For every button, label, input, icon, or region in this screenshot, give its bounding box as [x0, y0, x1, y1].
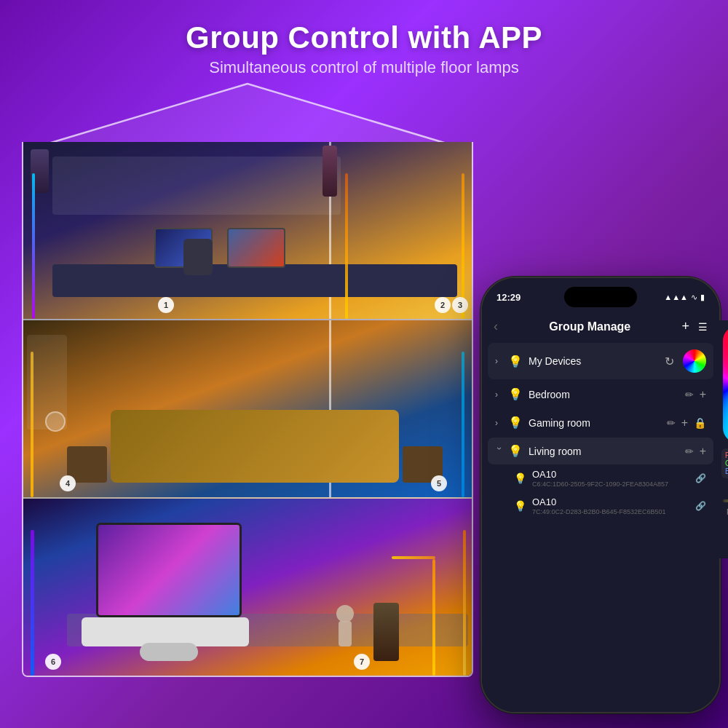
app-header: ‹ Group Manage + ☰ [482, 313, 719, 343]
my-devices-row[interactable]: › 💡 My Devices ↻ [488, 343, 713, 379]
phone-body: 12:29 ▲▲▲ ∿ ▮ ‹ Group Manage + ☰ [480, 277, 721, 713]
page-header: Group Control with APP Simultaneous cont… [0, 0, 728, 88]
battery-icon: ▮ [700, 293, 705, 302]
edit-gaming-button[interactable]: ✏ [667, 417, 676, 429]
link-icon-1[interactable]: 🔗 [695, 473, 706, 483]
figure-head [336, 605, 354, 622]
living-label: Living room [529, 446, 685, 457]
device-info-2: OA10 7C:49:0C2-D283-B2B0-B645-F8532EC6B5… [532, 496, 695, 515]
add-gaming-button[interactable]: + [681, 416, 688, 430]
lamp-6 [31, 530, 34, 676]
refresh-button[interactable]: ↻ [665, 355, 674, 368]
b-label: B [725, 467, 728, 475]
chevron-gaming: › [495, 418, 504, 428]
chevron-my-devices: › [495, 356, 504, 366]
badge-7: 7 [354, 654, 370, 670]
floor-1: 1 2 3 [23, 142, 472, 320]
monitor-2 [227, 228, 285, 268]
brightness-slider[interactable] [723, 499, 728, 502]
preset-label: Preset [721, 508, 728, 516]
page-title: Group Control with APP [15, 20, 713, 55]
chevron-bedroom: › [495, 389, 504, 400]
gaming-actions: ✏ + 🔒 [667, 416, 706, 430]
lamp-corner-h [392, 556, 435, 559]
desk [52, 264, 457, 297]
color-wheel-my-devices[interactable] [683, 349, 706, 373]
badge-3: 3 [452, 297, 468, 313]
clock [45, 411, 66, 432]
tv [96, 523, 242, 617]
r-label: R [725, 451, 728, 459]
device-light-icon-1: 💡 [514, 472, 526, 484]
my-devices-group: › 💡 My Devices ↻ [488, 343, 713, 379]
signal-icon: ▲▲▲ [664, 293, 688, 301]
device-oa10-2[interactable]: 💡 OA10 7C:49:0C2-D283-B2B0-B645-F8532EC6… [488, 492, 713, 520]
house-outline: 1 2 3 4 5 [22, 80, 473, 677]
living-room-row[interactable]: › 💡 Living room ✏ + [488, 438, 713, 464]
chevron-living: › [494, 447, 505, 456]
device-name-2: OA10 [532, 496, 695, 507]
page-subtitle: Simultaneous control of multiple floor l… [15, 58, 713, 77]
device-name-1: OA10 [532, 469, 695, 480]
app-title: Group Manage [549, 320, 630, 333]
brightness-icon: ☀ [721, 483, 728, 496]
wifi-icon: ∿ [691, 293, 697, 302]
phone-screen: 12:29 ▲▲▲ ∿ ▮ ‹ Group Manage + ☰ [482, 278, 719, 712]
lamp-4 [31, 352, 33, 497]
g-label: G [725, 459, 728, 467]
lock-gaming-button[interactable]: 🔒 [694, 417, 706, 429]
living-actions: ✏ + [685, 445, 706, 458]
light-icon-my-devices: 💡 [508, 355, 523, 368]
chair [183, 239, 213, 275]
svg-marker-0 [29, 84, 466, 149]
plant-right [323, 146, 337, 197]
light-icon-living: 💡 [508, 444, 523, 458]
floor-plant [373, 603, 399, 661]
back-icon[interactable]: ‹ [494, 319, 498, 334]
bed [111, 410, 399, 483]
badge-5: 5 [431, 475, 447, 491]
gaming-label: Gaming room [529, 417, 667, 429]
status-time: 12:29 [496, 292, 521, 303]
house-illustration: 1 2 3 4 5 [22, 80, 473, 677]
light-icon-gaming: 💡 [508, 416, 523, 430]
floor-2: 4 5 [23, 320, 472, 499]
my-devices-label: My Devices [529, 355, 665, 367]
add-living-button[interactable]: + [700, 445, 706, 458]
edit-bedroom-button[interactable]: ✏ [685, 389, 694, 400]
badge-2: 2 [435, 297, 451, 313]
status-bar: 12:29 ▲▲▲ ∿ ▮ [482, 288, 719, 306]
badge-6: 6 [45, 654, 61, 670]
gaming-room-group: › 💡 Gaming room ✏ + 🔒 [488, 409, 713, 436]
shelves [52, 157, 341, 215]
device-oa10-1[interactable]: 💡 OA10 C6:4C:1D60-2505-9F2C-1090-2FEA830… [488, 464, 713, 492]
badge-1: 1 [158, 297, 174, 313]
lamp-2 [345, 173, 348, 319]
lamp-1 [32, 173, 35, 319]
floor-3: 6 7 [23, 499, 472, 676]
add-bedroom-button[interactable]: + [700, 388, 706, 401]
house-body: 1 2 3 4 5 [22, 142, 473, 677]
gaming-room-row[interactable]: › 💡 Gaming room ✏ + 🔒 [488, 409, 713, 436]
living-room-group: › 💡 Living room ✏ + 💡 OA10 C6:4C: [488, 438, 713, 520]
lamp-far-right [463, 530, 466, 676]
link-icon-2[interactable]: 🔗 [695, 501, 706, 511]
lamp-5 [462, 352, 464, 497]
device-id-1: C6:4C:1D60-2505-9F2C-1090-2FEA8304A857 [532, 480, 695, 488]
bedroom-group: › 💡 Bedroom ✏ + [488, 381, 713, 408]
app-header-icons: + ☰ [681, 319, 708, 334]
color-wheel-side [723, 326, 729, 443]
bedroom-actions: ✏ + [685, 388, 706, 401]
status-icons: ▲▲▲ ∿ ▮ [664, 293, 705, 302]
edit-living-button[interactable]: ✏ [685, 446, 694, 457]
device-info-1: OA10 C6:4C:1D60-2505-9F2C-1090-2FEA8304A… [532, 469, 695, 488]
my-devices-actions: ↻ [665, 349, 706, 373]
phone-mockup: R 208 G 0 B 255 ☀ Preset 12:29 [480, 277, 721, 713]
bedroom-row[interactable]: › 💡 Bedroom ✏ + [488, 381, 713, 408]
menu-button[interactable]: ☰ [698, 321, 708, 333]
rgb-display: R 208 G 0 B 255 [721, 448, 728, 478]
badge-4: 4 [60, 475, 76, 491]
lamp-7 [432, 559, 435, 676]
coffee-table [140, 643, 198, 661]
add-group-button[interactable]: + [681, 319, 689, 334]
